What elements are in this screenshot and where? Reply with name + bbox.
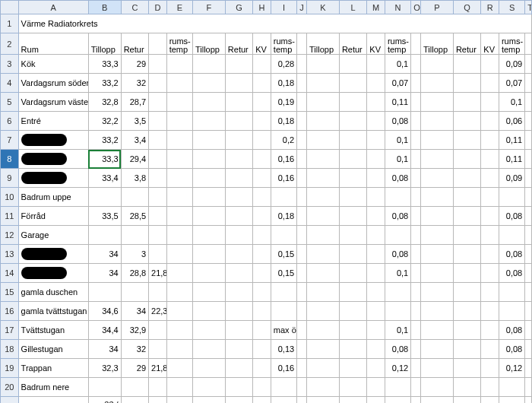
col-header-P[interactable]: P — [421, 1, 454, 14]
cell[interactable] — [149, 131, 167, 150]
cell[interactable]: 0,18 — [271, 74, 296, 93]
cell[interactable] — [307, 131, 340, 150]
cell[interactable]: Retur — [339, 33, 366, 55]
col-header-E[interactable]: E — [166, 1, 192, 14]
row-header-4[interactable]: 4 — [1, 74, 19, 93]
cell[interactable] — [166, 378, 192, 397]
cell[interactable] — [453, 397, 480, 404]
cell[interactable] — [166, 74, 192, 93]
cell[interactable] — [367, 359, 385, 378]
cell[interactable]: KV — [481, 33, 499, 55]
cell[interactable] — [225, 245, 252, 264]
cell[interactable] — [453, 283, 480, 302]
cell[interactable] — [166, 340, 192, 359]
cell[interactable] — [411, 74, 421, 93]
cell[interactable]: 0,15 — [271, 264, 296, 283]
cell[interactable] — [253, 321, 271, 340]
cell[interactable] — [253, 150, 271, 169]
row-header-7[interactable]: 7 — [1, 131, 19, 150]
cell[interactable] — [421, 169, 454, 188]
cell[interactable] — [149, 188, 167, 207]
cell[interactable]: Retur — [453, 33, 480, 55]
cell[interactable]: Entré — [18, 112, 88, 131]
col-header-M[interactable]: M — [367, 1, 385, 14]
cell[interactable] — [166, 55, 192, 74]
cell[interactable]: Garage — [18, 226, 88, 245]
cell[interactable] — [385, 226, 410, 245]
cell[interactable] — [253, 378, 271, 397]
cell[interactable]: 0,08 — [499, 264, 524, 283]
cell[interactable]: 0,2 — [271, 131, 296, 150]
cell[interactable]: 32,2 — [88, 112, 121, 131]
col-header-D[interactable]: D — [149, 1, 167, 14]
cell[interactable] — [307, 169, 340, 188]
cell[interactable]: 33,2 — [88, 74, 121, 93]
cell[interactable] — [481, 302, 499, 321]
cell[interactable]: 34,6 — [88, 302, 121, 321]
cell[interactable] — [88, 226, 121, 245]
cell[interactable] — [307, 112, 340, 131]
cell[interactable]: 0,08 — [385, 245, 410, 264]
cell[interactable] — [525, 169, 532, 188]
cell[interactable] — [453, 112, 480, 131]
cell[interactable]: 32,3 — [88, 359, 121, 378]
cell[interactable]: 0,19 — [271, 93, 296, 112]
cell[interactable] — [297, 150, 307, 169]
cell[interactable] — [421, 359, 454, 378]
cell[interactable] — [339, 264, 366, 283]
cell[interactable] — [481, 397, 499, 404]
cell[interactable]: 3,4 — [121, 131, 148, 150]
col-header-L[interactable]: L — [339, 1, 366, 14]
cell[interactable] — [339, 302, 366, 321]
cell[interactable] — [421, 302, 454, 321]
cell[interactable] — [166, 150, 192, 169]
cell[interactable] — [149, 397, 167, 404]
cell[interactable] — [481, 359, 499, 378]
cell[interactable] — [307, 302, 340, 321]
cell[interactable] — [307, 264, 340, 283]
cell[interactable] — [271, 378, 296, 397]
cell[interactable] — [253, 131, 271, 150]
cell[interactable] — [525, 150, 532, 169]
cell[interactable] — [307, 150, 340, 169]
cell[interactable] — [339, 283, 366, 302]
cell[interactable] — [525, 188, 532, 207]
cell[interactable] — [411, 378, 421, 397]
cell[interactable]: 0,12 — [385, 359, 410, 378]
col-header-K[interactable]: K — [307, 1, 340, 14]
cell[interactable] — [307, 93, 340, 112]
cell[interactable] — [253, 302, 271, 321]
cell[interactable] — [525, 112, 532, 131]
cell[interactable] — [225, 340, 252, 359]
cell[interactable] — [192, 131, 225, 150]
col-header-N[interactable]: N — [385, 1, 410, 14]
cell[interactable] — [411, 264, 421, 283]
cell[interactable] — [339, 188, 366, 207]
cell[interactable] — [339, 245, 366, 264]
cell[interactable] — [339, 340, 366, 359]
cell[interactable] — [271, 283, 296, 302]
cell[interactable] — [253, 359, 271, 378]
cell[interactable]: 34 — [121, 302, 148, 321]
cell[interactable] — [481, 55, 499, 74]
cell[interactable] — [525, 321, 532, 340]
cell[interactable] — [525, 340, 532, 359]
cell[interactable] — [192, 264, 225, 283]
cell[interactable] — [225, 131, 252, 150]
cell[interactable] — [307, 359, 340, 378]
cell[interactable] — [525, 131, 532, 150]
cell[interactable]: 32 — [121, 74, 148, 93]
cell[interactable] — [481, 93, 499, 112]
cell[interactable]: FJV — [18, 397, 88, 404]
cell[interactable] — [421, 74, 454, 93]
cell[interactable] — [453, 207, 480, 226]
cell[interactable] — [367, 93, 385, 112]
cell[interactable]: KV — [253, 33, 271, 55]
cell[interactable] — [411, 55, 421, 74]
cell[interactable] — [525, 264, 532, 283]
cell[interactable] — [149, 112, 167, 131]
cell[interactable]: 0,11 — [499, 131, 524, 150]
cell[interactable]: Tvättstugan — [18, 321, 88, 340]
cell[interactable]: 28,5 — [121, 207, 148, 226]
spreadsheet-grid[interactable]: ABCDEFGHIJKLMNOPQRST 1Värme Radiatorkret… — [0, 0, 532, 403]
